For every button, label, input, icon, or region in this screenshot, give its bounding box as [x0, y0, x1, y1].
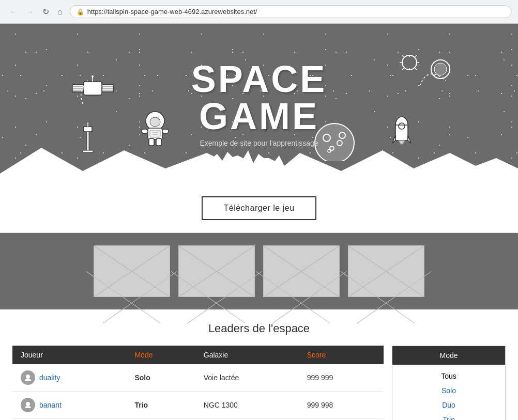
download-button[interactable]: Télécharger le jeu: [202, 196, 316, 220]
mode-filter-options: Tous Solo Duo Trio: [392, 365, 505, 420]
score-cell: 999 998: [299, 392, 384, 419]
back-button[interactable]: ←: [6, 6, 21, 18]
mode-filter-header: Mode: [392, 346, 505, 365]
page: SPACE GAME Exemple de site pour l'appren…: [0, 24, 518, 420]
avatar: [21, 370, 35, 385]
url-text: https://tailspin-space-game-web-4692.azu…: [87, 8, 257, 15]
mode-cell: Trio: [126, 392, 195, 419]
refresh-button[interactable]: ↻: [39, 6, 52, 18]
col-galaxie: Galaxie: [195, 346, 299, 364]
svg-rect-40: [150, 130, 160, 137]
score-cell: 999 999: [299, 364, 384, 392]
svg-rect-12: [102, 87, 103, 89]
screenshots-section: [0, 233, 518, 309]
screenshot-3: [263, 245, 340, 297]
rocket-illustration: [391, 115, 412, 158]
svg-rect-36: [142, 129, 148, 133]
lock-icon: 🔒: [77, 8, 84, 15]
lamppost-illustration: [80, 122, 96, 155]
hero-title: SPACE GAME Exemple de site pour l'appren…: [191, 60, 327, 147]
svg-point-13: [402, 55, 417, 70]
svg-rect-45: [83, 150, 93, 152]
hero-subtitle: Exemple de site pour l'apprentissage: [191, 139, 327, 147]
avatar: [21, 398, 35, 412]
leaderboard-section: Leaders de l'espace Joueur Mode Galaxie …: [0, 309, 518, 420]
svg-rect-25: [395, 125, 408, 141]
leaderboard-layout: Joueur Mode Galaxie Score: [12, 346, 506, 420]
screenshot-4: [348, 245, 424, 297]
satellite-illustration: [72, 75, 114, 114]
table-row: duality Solo Voie lactée 999 999: [12, 364, 384, 392]
leaderboard-title: Leaders de l'espace: [12, 322, 506, 335]
hero-title-line1: SPACE: [191, 58, 327, 100]
svg-rect-39: [156, 138, 161, 146]
forward-button[interactable]: →: [23, 6, 37, 18]
hero-section: SPACE GAME Exemple de site pour l'appren…: [0, 24, 518, 184]
table-row: banant Trio NGC 1300 999 998: [12, 392, 384, 419]
nav-buttons: ← → ↻ ⌂: [6, 6, 66, 18]
player-cell: banant: [12, 392, 126, 419]
svg-rect-37: [162, 129, 169, 133]
svg-point-55: [26, 375, 30, 379]
mode-filter-box: Mode Tous Solo Duo Trio: [392, 346, 506, 420]
svg-rect-43: [87, 130, 89, 151]
leaderboard-table: Joueur Mode Galaxie Score: [12, 346, 384, 420]
svg-point-56: [26, 402, 30, 406]
col-score: Score: [299, 346, 384, 364]
svg-line-20: [402, 68, 404, 70]
svg-rect-8: [84, 82, 102, 95]
download-section: Télécharger le jeu: [0, 184, 518, 233]
planet-illustration: [389, 55, 451, 119]
svg-rect-44: [84, 127, 92, 132]
filter-option-solo[interactable]: Solo: [392, 383, 505, 398]
astronaut-illustration: [140, 110, 171, 153]
home-button[interactable]: ⌂: [54, 6, 66, 18]
table-header-row: Joueur Mode Galaxie Score: [12, 346, 384, 364]
screenshot-2: [178, 245, 255, 297]
filter-panel: Mode Tous Solo Duo Trio Galaxie: [392, 346, 506, 420]
player-cell: duality: [12, 364, 126, 392]
mode-cell: Solo: [126, 364, 195, 392]
svg-point-34: [150, 117, 160, 127]
svg-line-21: [415, 68, 417, 70]
svg-line-19: [415, 55, 417, 57]
hero-title-line2: GAME: [199, 96, 319, 137]
galaxie-cell: Voie lactée: [195, 364, 299, 392]
col-mode: Mode: [126, 346, 195, 364]
address-bar[interactable]: 🔒 https://tailspin-space-game-web-4692.a…: [70, 5, 512, 18]
screenshot-1: [94, 245, 170, 297]
svg-line-18: [402, 55, 404, 57]
leaderboard-table-container: Joueur Mode Galaxie Score: [12, 346, 384, 420]
svg-point-23: [434, 63, 447, 75]
filter-option-duo[interactable]: Duo: [392, 398, 505, 412]
svg-point-10: [92, 75, 94, 77]
player-link[interactable]: banant: [39, 401, 62, 409]
filter-option-trio[interactable]: Trio: [392, 412, 505, 420]
svg-rect-38: [149, 138, 154, 146]
player-link[interactable]: duality: [39, 374, 60, 382]
svg-rect-11: [83, 87, 84, 89]
galaxie-cell: NGC 1300: [195, 392, 299, 419]
mountains-illustration: [0, 143, 518, 184]
browser-chrome: ← → ↻ ⌂ 🔒 https://tailspin-space-game-we…: [0, 0, 518, 24]
col-joueur: Joueur: [12, 346, 126, 364]
filter-option-tous[interactable]: Tous: [392, 369, 505, 383]
